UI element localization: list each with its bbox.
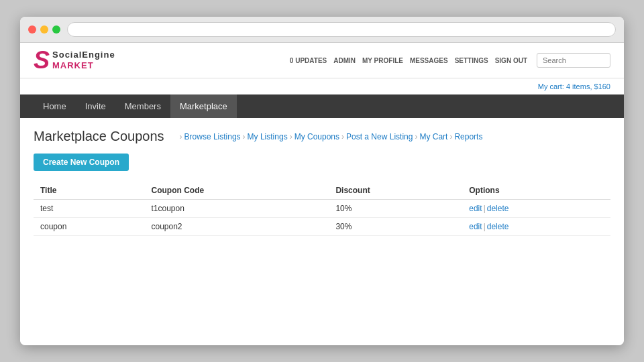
- breadcrumb: › Browse Listings › My Listings › My Cou…: [178, 132, 483, 141]
- cart-bar: My cart: 4 items, $160: [20, 78, 624, 95]
- breadcrumb-sep-3: ›: [341, 132, 344, 141]
- delete-link-1[interactable]: delete: [487, 222, 509, 231]
- row-code-0: t1coupon: [144, 200, 329, 218]
- main-nav: Home Invite Members Marketplace: [20, 95, 624, 118]
- traffic-lights: [28, 25, 60, 34]
- search-input[interactable]: [537, 53, 610, 68]
- top-nav-bar: S SocialEngine MARKET 0 UPDATES ADMIN MY…: [20, 43, 624, 78]
- breadcrumb-reports[interactable]: Reports: [454, 132, 482, 141]
- nav-members[interactable]: Members: [115, 95, 170, 118]
- nav-home[interactable]: Home: [34, 95, 76, 118]
- table-header-row: Title Coupon Code Discount Options: [34, 182, 610, 200]
- logo-s-letter: S: [34, 48, 50, 72]
- breadcrumb-browse-listings[interactable]: Browse Listings: [184, 132, 241, 141]
- action-sep-0: |: [484, 204, 486, 213]
- browser-chrome: [20, 17, 624, 43]
- row-title-1: coupon: [34, 218, 144, 236]
- updates-link[interactable]: 0 UPDATES: [290, 57, 327, 64]
- table-row: test t1coupon 10% edit|delete: [34, 200, 610, 218]
- top-right-area: 0 UPDATES ADMIN MY PROFILE MESSAGES SETT…: [290, 53, 610, 68]
- table-row: coupon coupon2 30% edit|delete: [34, 218, 610, 236]
- breadcrumb-sep-1: ›: [243, 132, 246, 141]
- row-options-1: edit|delete: [462, 218, 610, 236]
- page-header: Marketplace Coupons › Browse Listings › …: [34, 129, 610, 144]
- breadcrumb-sep-5: ›: [449, 132, 452, 141]
- breadcrumb-sep-0: ›: [180, 132, 182, 141]
- logo: S SocialEngine MARKET: [34, 48, 115, 72]
- logo-socialengine: SocialEngine: [52, 50, 115, 60]
- row-options-0: edit|delete: [462, 200, 610, 218]
- admin-link[interactable]: ADMIN: [333, 57, 356, 64]
- coupons-table: Title Coupon Code Discount Options test …: [34, 182, 610, 236]
- col-discount: Discount: [329, 182, 462, 200]
- nav-invite[interactable]: Invite: [76, 95, 115, 118]
- edit-link-0[interactable]: edit: [469, 204, 482, 213]
- my-profile-link[interactable]: MY PROFILE: [362, 57, 403, 64]
- settings-link[interactable]: SETTINGS: [455, 57, 488, 64]
- row-code-1: coupon2: [144, 218, 329, 236]
- logo-text: SocialEngine MARKET: [52, 50, 115, 70]
- col-title: Title: [34, 182, 144, 200]
- breadcrumb-my-cart[interactable]: My Cart: [419, 132, 447, 141]
- col-options: Options: [462, 182, 610, 200]
- address-bar[interactable]: [67, 22, 616, 37]
- row-discount-0: 10%: [329, 200, 462, 218]
- nav-marketplace[interactable]: Marketplace: [170, 95, 237, 118]
- page-content: S SocialEngine MARKET 0 UPDATES ADMIN MY…: [20, 43, 624, 345]
- action-sep-1: |: [484, 222, 486, 231]
- maximize-button[interactable]: [52, 25, 60, 34]
- delete-link-0[interactable]: delete: [487, 204, 509, 213]
- create-new-coupon-button[interactable]: Create New Coupon: [34, 154, 129, 171]
- browser-window: S SocialEngine MARKET 0 UPDATES ADMIN MY…: [20, 17, 624, 345]
- breadcrumb-my-coupons[interactable]: My Coupons: [294, 132, 339, 141]
- page-title: Marketplace Coupons: [34, 129, 164, 144]
- messages-link[interactable]: MESSAGES: [410, 57, 448, 64]
- row-discount-1: 30%: [329, 218, 462, 236]
- breadcrumb-sep-2: ›: [290, 132, 292, 141]
- breadcrumb-post-new-listing[interactable]: Post a New Listing: [346, 132, 413, 141]
- edit-link-1[interactable]: edit: [469, 222, 482, 231]
- cart-link[interactable]: My cart: 4 items, $160: [538, 82, 610, 90]
- col-coupon-code: Coupon Code: [144, 182, 329, 200]
- minimize-button[interactable]: [40, 25, 48, 34]
- top-links: 0 UPDATES ADMIN MY PROFILE MESSAGES SETT…: [290, 57, 527, 64]
- close-button[interactable]: [28, 25, 36, 34]
- breadcrumb-my-listings[interactable]: My Listings: [248, 132, 288, 141]
- logo-market: MARKET: [52, 60, 115, 71]
- sign-out-link[interactable]: SIGN OUT: [495, 57, 527, 64]
- breadcrumb-sep-4: ›: [415, 132, 417, 141]
- row-title-0: test: [34, 200, 144, 218]
- content-area: Marketplace Coupons › Browse Listings › …: [20, 118, 624, 247]
